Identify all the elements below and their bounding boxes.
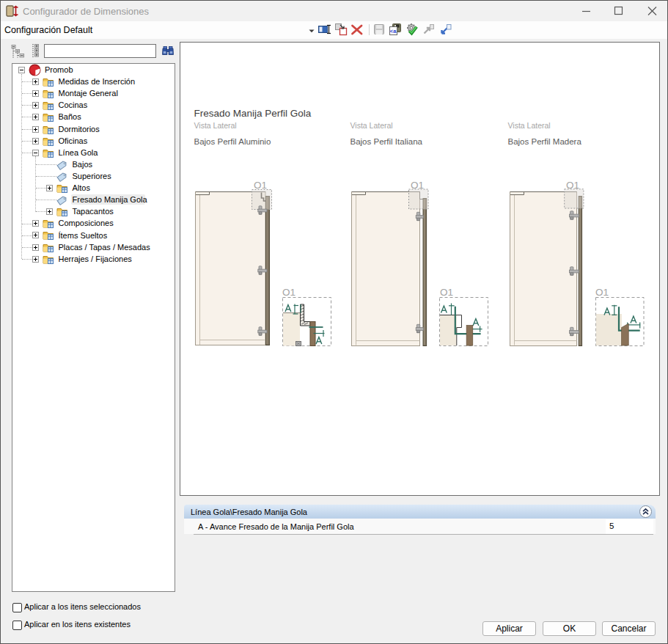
svg-text:O1: O1 [440,287,453,298]
svg-text:O1: O1 [282,287,296,298]
svg-text:O1: O1 [595,287,609,298]
svg-text:<a: <a [390,28,397,34]
svg-text:O1: O1 [254,180,267,191]
